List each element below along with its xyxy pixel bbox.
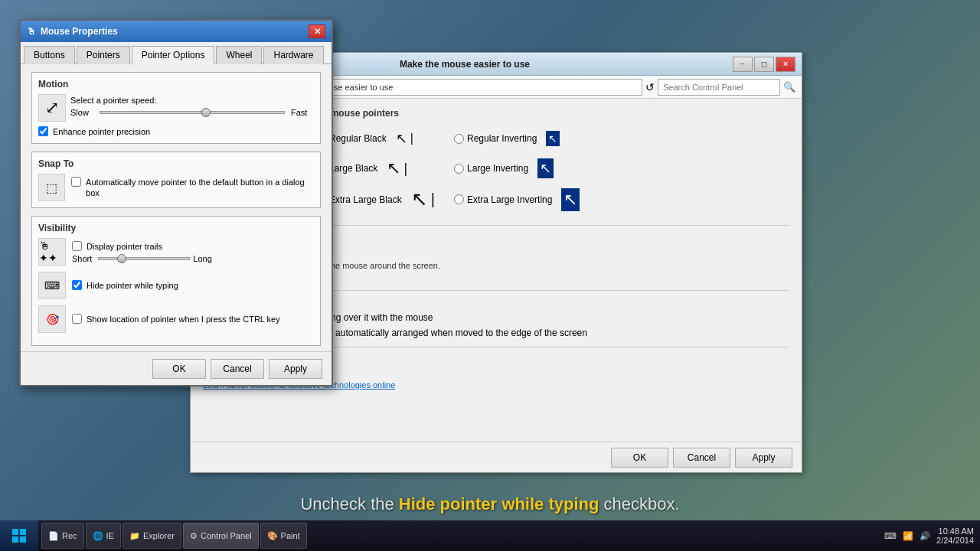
radio-extralarge-black[interactable]: Extra Large Black ↖ | [316,187,442,211]
extralarge-invert-label: Extra Large Inverting [467,194,552,205]
ease-restore-button[interactable]: ◻ [754,57,774,72]
snap-to-row: ⬚ Automatically move pointer to the defa… [38,174,314,201]
ease-apply-button[interactable]: Apply [735,448,792,468]
svg-rect-3 [20,536,26,543]
hide-pointer-label[interactable]: Hide pointer while typing [72,280,314,291]
taskbar-date: 2/24/2014 [936,536,974,545]
taskbar: 📄 Rec 🌐 IE 📁 Explorer ⚙ Control Panel 🎨 … [0,520,980,551]
radio-large-invert[interactable]: Large Inverting ↖ [454,158,783,178]
taskbar-item-explorer[interactable]: 📁 Explorer [122,523,181,549]
mouse-props-icon: 🖱 [27,26,36,37]
taskbar-item-control-panel[interactable]: ⚙ Control Panel [183,523,259,549]
radio-extralarge-invert[interactable]: Extra Large Inverting ↖ [454,188,783,211]
hide-pointer-text: Hide pointer while typing [87,280,178,291]
regular-invert-cursor-icon: ↖ [546,131,560,146]
enhance-precision-text: Enhance pointer precision [53,126,150,137]
taskbar-item-ie-label: IE [106,531,114,540]
tab-pointers[interactable]: Pointers [77,46,130,64]
trails-slider[interactable] [98,257,190,260]
radio-regular-invert-input[interactable] [454,134,464,144]
radio-large-black[interactable]: Large Black ↖ | [316,158,442,178]
dialog-cancel-button[interactable]: Cancel [211,359,264,379]
dialog-bottom-buttons: OK Cancel Apply [21,351,332,385]
large-black-cursor-bar: | [403,161,407,177]
pointer-trails-row: 🖱✦✦ Display pointer trails Short Long [38,238,314,266]
svg-rect-1 [20,529,26,535]
trails-controls: Display pointer trails Short Long [72,241,314,263]
trails-label[interactable]: Display pointer trails [72,241,314,252]
motion-icon-row: ⤢ Select a pointer speed: Slow Fast [38,94,314,122]
hide-pointer-checkbox[interactable] [72,280,82,290]
trails-checkbox[interactable] [72,241,82,251]
taskbar-item-ie-icon: 🌐 [93,531,103,541]
enhance-precision-label[interactable]: Enhance pointer precision [38,126,314,137]
radio-regular-black[interactable]: Regular Black ↖ | [316,130,442,147]
mouse-props-close-button[interactable]: ✕ [309,24,325,38]
regular-black-label: Regular Black [329,133,387,144]
large-black-label: Large Black [329,163,377,174]
ease-minimize-button[interactable]: − [733,57,753,72]
regular-invert-label: Regular Inverting [467,133,537,144]
large-invert-label: Large Inverting [467,163,528,174]
extralarge-black-cursor-icon: ↖ [411,187,428,211]
ease-ok-button[interactable]: OK [611,448,668,468]
taskbar-tray: ⌨ 📶 🔊 [878,531,936,541]
start-button[interactable] [0,520,38,551]
tab-hardware[interactable]: Hardware [263,46,323,64]
taskbar-item-ie[interactable]: 🌐 IE [86,523,121,549]
radio-extralarge-invert-input[interactable] [454,194,464,204]
ctrl-location-row: 🎯 Show location of pointer when I press … [38,305,314,333]
taskbar-item-paint-label: Paint [281,531,300,540]
taskbar-item-rec[interactable]: 📄 Rec [41,523,84,549]
snap-to-section: Snap To ⬚ Automatically move pointer to … [31,152,321,208]
taskbar-clock[interactable]: 10:48 AM 2/24/2014 [936,527,980,545]
windows-logo-icon [11,528,27,543]
snap-to-text: Automatically move pointer to the defaul… [86,177,314,199]
large-black-cursor-icon: ↖ [387,158,400,178]
taskbar-item-explorer-icon: 📁 [129,531,140,541]
tab-pointer-options[interactable]: Pointer Options [132,46,215,64]
visibility-title: Visibility [38,223,314,233]
address-refresh-icon[interactable]: ↺ [645,81,655,93]
instruction-text: Uncheck the Hide pointer while typing ch… [0,494,980,514]
ctrl-label[interactable]: Show location of pointer when I press th… [72,314,314,324]
taskbar-item-rec-label: Rec [62,531,77,540]
ease-search-input[interactable] [658,79,780,96]
regular-black-cursor-icon: ↖ [396,130,407,147]
fast-label: Fast [291,108,314,117]
speed-thumb[interactable] [201,108,211,117]
tab-buttons[interactable]: Buttons [24,46,75,64]
taskbar-item-explorer-label: Explorer [143,531,175,540]
ctrl-icon: 🎯 [38,305,66,333]
ease-win-controls: − ◻ ✕ [733,57,795,72]
svg-rect-0 [12,529,18,535]
volume-tray-icon: 🔊 [920,531,930,541]
trails-slider-thumb[interactable] [117,254,126,263]
ease-close-button[interactable]: ✕ [776,57,795,72]
snap-to-checkbox[interactable] [71,177,81,187]
radio-regular-invert[interactable]: Regular Inverting ↖ [454,131,783,146]
taskbar-item-paint[interactable]: 🎨 Paint [260,523,307,549]
snap-to-label[interactable]: Automatically move pointer to the defaul… [71,177,314,199]
trails-text: Display pointer trails [87,241,162,252]
speed-slider[interactable] [100,111,285,114]
hide-pointer-row: ⌨ Hide pointer while typing [38,272,314,299]
trails-slider-row: Short Long [72,254,314,263]
ease-search-icon[interactable]: 🔍 [783,81,795,93]
ease-cancel-button[interactable]: Cancel [673,448,730,468]
tab-wheel[interactable]: Wheel [216,46,262,64]
mouse-props-titlebar: 🖱 Mouse Properties ✕ [21,21,332,42]
instruction-suffix: checkbox. [599,494,679,514]
radio-large-invert-input[interactable] [454,164,464,174]
long-label: Long [193,254,211,263]
ctrl-checkbox[interactable] [72,314,82,324]
trails-icon: 🖱✦✦ [38,238,66,266]
snap-to-title: Snap To [38,158,314,169]
dialog-ok-button[interactable]: OK [152,359,206,379]
network-tray-icon: 📶 [903,531,913,541]
dialog-apply-button[interactable]: Apply [269,359,322,379]
enhance-precision-checkbox[interactable] [38,126,48,136]
mouse-props-title-text: Mouse Properties [41,26,118,37]
mouse-props-tabs: Buttons Pointers Pointer Options Wheel H… [21,42,332,64]
speed-row: Slow Fast [70,108,314,117]
